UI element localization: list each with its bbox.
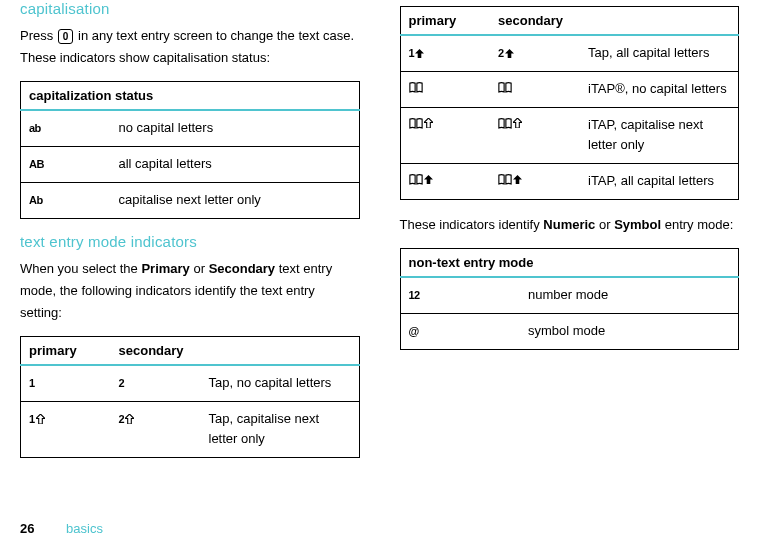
text: entry mode: [661,217,733,232]
indicator-book2-icon [498,82,512,93]
indicator-at-icon: @ [409,323,419,341]
table-nontext: non-text entry mode 12 number mode @ sym… [400,248,740,350]
cell-desc: Tap, no capital letters [201,365,360,401]
table-mode-left: primary secondary 1 2 Tap, no capital le… [20,336,360,458]
table-cap-status: capitalization status ab no capital lett… [20,81,360,218]
text: or [190,261,209,276]
cell-desc: iTAP®, no capital letters [580,71,739,107]
col-primary: primary [21,336,111,365]
table-mode-right: primary secondary 1 2 Tap, all capital l… [400,6,740,200]
table-row: 1 2 Tap, all capital letters [400,35,739,71]
para-capitalisation: Press 0 in any text entry screen to chan… [20,25,360,69]
indicator-2-up-solid-icon: 2 [498,45,514,63]
indicator-book2-up-outline-icon [498,118,522,129]
section-name: basics [66,521,103,536]
table-row: Ab capitalise next letter only [21,182,360,218]
key-zero-icon: 0 [58,29,74,44]
table-row: iTAP, capitalise next letter only [400,107,739,164]
indicator-book1-up-outline-icon [409,118,433,129]
col-secondary: secondary [111,336,360,365]
table-row: AB all capital letters [21,146,360,182]
indicator-2-icon: 2 [119,375,125,393]
para-nontext: These indicators identify Numeric or Sym… [400,214,740,236]
col-primary: primary [400,7,490,36]
indicator-ab-icon: ab [29,120,41,138]
table-row: 12 number mode [400,277,739,313]
indicator-AB-icon: AB [29,156,44,174]
indicator-2-up-outline-icon: 2 [119,411,135,429]
indicator-12-icon: 12 [409,287,420,305]
indicator-1-icon: 1 [29,375,35,393]
table-row: iTAP®, no capital letters [400,71,739,107]
label-secondary: Secondary [209,261,275,276]
table-row: iTAP, all capital letters [400,164,739,200]
label-primary: Primary [141,261,189,276]
indicator-1-up-outline-icon: 1 [29,411,45,429]
indicator-Ab-icon: Ab [29,192,43,210]
cell-desc: Tap, capitalise next letter only [201,401,360,458]
cell-desc: symbol mode [520,313,739,349]
col-secondary: secondary [490,7,739,36]
page-footer: 26 basics [20,521,103,536]
table-row: ab no capital letters [21,110,360,146]
cell-desc: iTAP, all capital letters [580,164,739,200]
cell-desc: number mode [520,277,739,313]
page-number: 26 [20,521,34,536]
cell-desc: no capital letters [111,110,360,146]
text: or [595,217,614,232]
label-symbol: Symbol [614,217,661,232]
indicator-book2-up-solid-icon [498,174,522,185]
label-numeric: Numeric [543,217,595,232]
table-row: 1 2 Tap, capitalise next letter only [21,401,360,458]
cell-desc: capitalise next letter only [111,182,360,218]
indicator-1-up-solid-icon: 1 [409,45,425,63]
cell-desc: Tap, all capital letters [580,35,739,71]
cell-desc: all capital letters [111,146,360,182]
cell-desc: iTAP, capitalise next letter only [580,107,739,164]
indicator-book1-up-solid-icon [409,174,433,185]
text: When you select the [20,261,141,276]
table-header: capitalization status [21,82,360,111]
heading-text-entry-mode: text entry mode indicators [20,233,360,250]
indicator-book1-icon [409,82,423,93]
table-row: @ symbol mode [400,313,739,349]
table-header: non-text entry mode [400,249,739,278]
table-row: 1 2 Tap, no capital letters [21,365,360,401]
text: These indicators identify [400,217,544,232]
para-text-entry-mode: When you select the Primary or Secondary… [20,258,360,324]
text: Press [20,28,57,43]
heading-capitalisation: capitalisation [20,0,360,17]
